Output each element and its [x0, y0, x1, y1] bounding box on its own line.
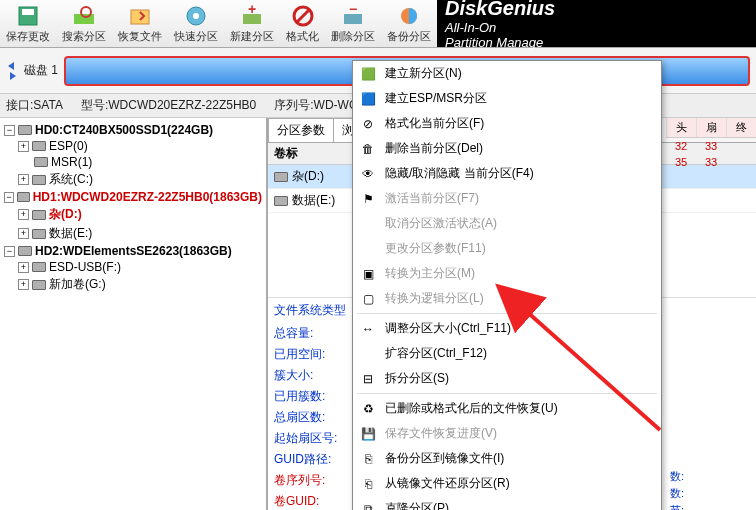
- vol-icon: [32, 175, 46, 185]
- quick-partition-button[interactable]: 快速分区: [168, 0, 224, 47]
- logical-icon: ▢: [359, 291, 377, 307]
- arrow-left-icon[interactable]: [6, 62, 18, 70]
- tree-za[interactable]: +杂(D:): [2, 205, 264, 224]
- menu-backup-image[interactable]: ⎘备份分区到镜像文件(I): [353, 446, 661, 471]
- vol-icon: [34, 157, 48, 167]
- collapse-icon[interactable]: −: [4, 192, 14, 203]
- search-partition-button[interactable]: 搜索分区: [56, 0, 112, 47]
- tree-system[interactable]: +系统(C:): [2, 170, 264, 189]
- restore-icon: ⎗: [359, 476, 377, 492]
- clone-icon: ⧉: [359, 501, 377, 511]
- svg-point-6: [193, 13, 199, 19]
- expand-icon[interactable]: +: [18, 279, 29, 290]
- save-icon: 💾: [359, 426, 377, 442]
- recover-icon: ♻: [359, 401, 377, 417]
- vol-icon: [274, 172, 288, 182]
- expand-icon[interactable]: +: [18, 262, 29, 273]
- menu-to-logical[interactable]: ▢转换为逻辑分区(L): [353, 286, 661, 311]
- menu-new-partition[interactable]: 🟩建立新分区(N): [353, 61, 661, 86]
- menu-resize[interactable]: ↔调整分区大小(Ctrl_F11): [353, 316, 661, 341]
- menu-delete[interactable]: 🗑删除当前分区(Del): [353, 136, 661, 161]
- delete-partition-button[interactable]: −删除分区: [325, 0, 381, 47]
- save-button[interactable]: 保存更改: [0, 0, 56, 47]
- delete-icon: 🗑: [359, 141, 377, 157]
- tree-shuju[interactable]: +数据(E:): [2, 224, 264, 243]
- menu-change-params[interactable]: 更改分区参数(F11): [353, 236, 661, 261]
- partition-context-menu: 🟩建立新分区(N) 🟦建立ESP/MSR分区 ⊘格式化当前分区(F) 🗑删除当前…: [352, 60, 662, 510]
- tab-params[interactable]: 分区参数: [268, 118, 334, 142]
- hide-icon: 👁: [359, 166, 377, 182]
- svg-text:−: −: [349, 4, 357, 17]
- format-button[interactable]: 格式化: [280, 0, 325, 47]
- interface-label: 接口:SATA: [6, 97, 63, 114]
- arrow-right-icon[interactable]: [6, 72, 18, 80]
- menu-restore-image[interactable]: ⎗从镜像文件还原分区(R): [353, 471, 661, 496]
- expand-icon[interactable]: +: [18, 141, 29, 152]
- tree-esd-usb[interactable]: +ESD-USB(F:): [2, 259, 264, 275]
- new-icon: 🟩: [359, 66, 377, 82]
- menu-extend[interactable]: 扩容分区(Ctrl_F12): [353, 341, 661, 366]
- activate-icon: ⚑: [359, 191, 377, 207]
- menu-split[interactable]: ⊟拆分分区(S): [353, 366, 661, 391]
- menu-esp-msr[interactable]: 🟦建立ESP/MSR分区: [353, 86, 661, 111]
- svg-rect-1: [22, 9, 34, 15]
- recover-files-button[interactable]: 恢复文件: [112, 0, 168, 47]
- tree-esp[interactable]: +ESP(0): [2, 138, 264, 154]
- format-icon: ⊘: [359, 116, 377, 132]
- tree-msr[interactable]: MSR(1): [2, 154, 264, 170]
- menu-separator: [357, 313, 657, 314]
- svg-text:+: +: [248, 4, 256, 17]
- menu-to-primary[interactable]: ▣转换为主分区(M): [353, 261, 661, 286]
- vol-icon: [32, 210, 46, 220]
- vol-icon: [32, 141, 46, 151]
- primary-icon: ▣: [359, 266, 377, 282]
- hdd-icon: [18, 125, 32, 135]
- chs-table-header: 头 扇 终: [666, 118, 756, 138]
- menu-format[interactable]: ⊘格式化当前分区(F): [353, 111, 661, 136]
- vol-icon: [274, 196, 288, 206]
- tree-hd0[interactable]: −HD0:CT240BX500SSD1(224GB): [2, 122, 264, 138]
- collapse-icon[interactable]: −: [4, 125, 15, 136]
- vol-icon: [32, 280, 46, 290]
- esp-icon: 🟦: [359, 91, 377, 107]
- backup-icon: ⎘: [359, 451, 377, 467]
- resize-icon: ↔: [359, 321, 377, 337]
- collapse-icon[interactable]: −: [4, 246, 15, 257]
- menu-clone[interactable]: ⧉克隆分区(P): [353, 496, 661, 510]
- disk-tree: −HD0:CT240BX500SSD1(224GB) +ESP(0) MSR(1…: [0, 118, 268, 510]
- vol-icon: [32, 229, 46, 239]
- disk-nav-arrows[interactable]: [6, 62, 18, 80]
- model-label: 型号:WDCWD20EZRZ-22Z5HB0: [81, 97, 256, 114]
- tree-hd2[interactable]: −HD2:WDElementsSE2623(1863GB): [2, 243, 264, 259]
- backup-partition-button[interactable]: 备份分区: [381, 0, 437, 47]
- sector-count-label: 道扇区数:63 总: [674, 0, 754, 17]
- menu-activate[interactable]: ⚑激活当前分区(F7): [353, 186, 661, 211]
- svg-line-10: [297, 10, 309, 22]
- side-value-labels: 数:数:节: 数:数:号: 9d4a-d42639本号:: [666, 468, 756, 510]
- hdd-icon: [18, 246, 32, 256]
- vol-icon: [32, 262, 46, 272]
- menu-separator: [357, 393, 657, 394]
- expand-icon[interactable]: +: [18, 209, 29, 220]
- chs-table-body: 3233 3533: [666, 138, 756, 170]
- split-icon: ⊟: [359, 371, 377, 387]
- hdd-icon: [17, 192, 30, 202]
- tree-xinjia[interactable]: +新加卷(G:): [2, 275, 264, 294]
- menu-hide[interactable]: 👁隐藏/取消隐藏 当前分区(F4): [353, 161, 661, 186]
- expand-icon[interactable]: +: [18, 228, 29, 239]
- menu-save-progress[interactable]: 💾保存文件恢复进度(V): [353, 421, 661, 446]
- new-partition-button[interactable]: +新建分区: [224, 0, 280, 47]
- expand-icon[interactable]: +: [18, 174, 29, 185]
- menu-undelete[interactable]: ♻已删除或格式化后的文件恢复(U): [353, 396, 661, 421]
- tree-hd1[interactable]: −HD1:WDCWD20EZRZ-22Z5HB0(1863GB): [2, 189, 264, 205]
- disk-label: 磁盘 1: [24, 62, 58, 79]
- main-toolbar: 保存更改 搜索分区 恢复文件 快速分区 +新建分区 格式化 −删除分区 备份分区…: [0, 0, 756, 48]
- menu-cancel-activate[interactable]: 取消分区激活状态(A): [353, 211, 661, 236]
